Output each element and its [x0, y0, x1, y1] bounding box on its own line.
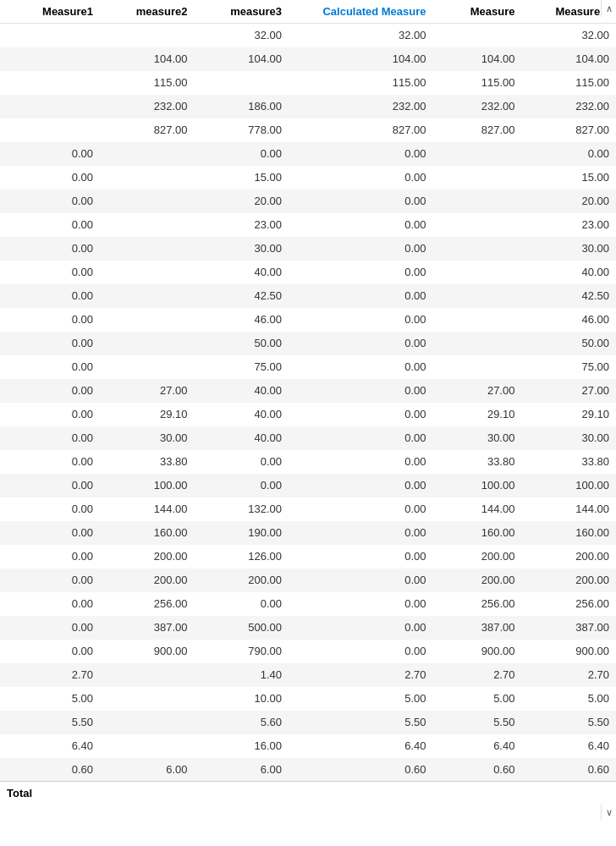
cell-r10-c0: 0.00 — [0, 261, 100, 284]
cell-r2-c1: 115.00 — [100, 71, 194, 95]
cell-r20-c5: 144.00 — [521, 497, 616, 521]
cell-r6-c2: 15.00 — [195, 166, 289, 190]
table-row: 0.00200.00200.000.00200.00200.00 — [0, 569, 616, 592]
cell-r0-c0 — [0, 24, 100, 47]
cell-r9-c0: 0.00 — [0, 237, 100, 261]
cell-r21-c3: 0.00 — [289, 521, 433, 545]
cell-r31-c0: 0.60 — [0, 758, 100, 782]
cell-r8-c1 — [100, 213, 194, 237]
cell-r0-c3: 32.00 — [289, 24, 433, 47]
cell-r15-c0: 0.00 — [0, 379, 100, 403]
cell-r26-c1: 900.00 — [100, 640, 194, 663]
cell-r27-c2: 1.40 — [195, 663, 289, 687]
cell-r4-c4: 827.00 — [433, 118, 522, 142]
total-label: Total — [0, 782, 616, 805]
header-measure[interactable]: Measure — [433, 0, 522, 24]
cell-r9-c3: 0.00 — [289, 237, 433, 261]
header-measure2[interactable]: measure2 — [100, 0, 194, 24]
cell-r10-c2: 40.00 — [195, 261, 289, 284]
cell-r25-c0: 0.00 — [0, 616, 100, 640]
cell-r22-c2: 126.00 — [195, 545, 289, 569]
table-row: 0.00256.000.000.00256.00256.00 — [0, 592, 616, 616]
cell-r9-c1 — [100, 237, 194, 261]
cell-r26-c3: 0.00 — [289, 640, 433, 663]
cell-r24-c1: 256.00 — [100, 592, 194, 616]
cell-r12-c5: 46.00 — [521, 308, 616, 332]
cell-r18-c2: 0.00 — [195, 450, 289, 474]
cell-r28-c5: 5.00 — [521, 687, 616, 711]
cell-r20-c2: 132.00 — [195, 497, 289, 521]
cell-r17-c2: 40.00 — [195, 426, 289, 450]
cell-r2-c5: 115.00 — [521, 71, 616, 95]
cell-r2-c4: 115.00 — [433, 71, 522, 95]
cell-r29-c3: 5.50 — [289, 711, 433, 734]
cell-r30-c5: 6.40 — [521, 734, 616, 758]
cell-r14-c3: 0.00 — [289, 355, 433, 379]
table-row: 0.0030.000.0030.00 — [0, 237, 616, 261]
cell-r14-c0: 0.00 — [0, 355, 100, 379]
cell-r19-c0: 0.00 — [0, 474, 100, 497]
cell-r5-c1 — [100, 142, 194, 166]
cell-r21-c0: 0.00 — [0, 521, 100, 545]
cell-r13-c4 — [433, 332, 522, 355]
header-measure1[interactable]: Measure1 — [0, 0, 100, 24]
cell-r6-c5: 15.00 — [521, 166, 616, 190]
cell-r6-c4 — [433, 166, 522, 190]
cell-r30-c4: 6.40 — [433, 734, 522, 758]
cell-r25-c2: 500.00 — [195, 616, 289, 640]
table-row: 0.0075.000.0075.00 — [0, 355, 616, 379]
cell-r18-c0: 0.00 — [0, 450, 100, 474]
cell-r28-c4: 5.00 — [433, 687, 522, 711]
cell-r17-c5: 30.00 — [521, 426, 616, 450]
cell-r27-c3: 2.70 — [289, 663, 433, 687]
cell-r5-c2: 0.00 — [195, 142, 289, 166]
cell-r31-c2: 6.00 — [195, 758, 289, 782]
cell-r29-c0: 5.50 — [0, 711, 100, 734]
cell-r2-c3: 115.00 — [289, 71, 433, 95]
scroll-up-button[interactable]: ∧ — [601, 0, 616, 17]
scroll-down-button[interactable]: ∨ — [601, 804, 616, 821]
cell-r8-c0: 0.00 — [0, 213, 100, 237]
cell-r15-c2: 40.00 — [195, 379, 289, 403]
table-row: 232.00186.00232.00232.00232.00 — [0, 95, 616, 118]
table-row: 827.00778.00827.00827.00827.00 — [0, 118, 616, 142]
header-calculated[interactable]: Calculated Measure — [289, 0, 433, 24]
table-row: 0.00100.000.000.00100.00100.00 — [0, 474, 616, 497]
cell-r2-c2 — [195, 71, 289, 95]
cell-r10-c5: 40.00 — [521, 261, 616, 284]
cell-r19-c2: 0.00 — [195, 474, 289, 497]
cell-r26-c0: 0.00 — [0, 640, 100, 663]
table-row: 0.0023.000.0023.00 — [0, 213, 616, 237]
table-row: 2.701.402.702.702.70 — [0, 663, 616, 687]
cell-r21-c1: 160.00 — [100, 521, 194, 545]
cell-r31-c1: 6.00 — [100, 758, 194, 782]
cell-r8-c5: 23.00 — [521, 213, 616, 237]
cell-r12-c4 — [433, 308, 522, 332]
header-measure3[interactable]: measure3 — [195, 0, 289, 24]
cell-r7-c0: 0.00 — [0, 190, 100, 213]
cell-r30-c2: 16.00 — [195, 734, 289, 758]
cell-r11-c5: 42.50 — [521, 284, 616, 308]
cell-r11-c0: 0.00 — [0, 284, 100, 308]
cell-r21-c2: 190.00 — [195, 521, 289, 545]
cell-r16-c2: 40.00 — [195, 403, 289, 426]
cell-r16-c1: 29.10 — [100, 403, 194, 426]
cell-r13-c5: 50.00 — [521, 332, 616, 355]
table-row: 5.0010.005.005.005.00 — [0, 687, 616, 711]
cell-r2-c0 — [0, 71, 100, 95]
cell-r10-c3: 0.00 — [289, 261, 433, 284]
cell-r21-c5: 160.00 — [521, 521, 616, 545]
cell-r27-c0: 2.70 — [0, 663, 100, 687]
cell-r25-c3: 0.00 — [289, 616, 433, 640]
cell-r3-c1: 232.00 — [100, 95, 194, 118]
cell-r29-c2: 5.60 — [195, 711, 289, 734]
cell-r28-c2: 10.00 — [195, 687, 289, 711]
cell-r5-c5: 0.00 — [521, 142, 616, 166]
cell-r13-c3: 0.00 — [289, 332, 433, 355]
cell-r1-c2: 104.00 — [195, 47, 289, 71]
cell-r27-c4: 2.70 — [433, 663, 522, 687]
cell-r20-c0: 0.00 — [0, 497, 100, 521]
cell-r4-c1: 827.00 — [100, 118, 194, 142]
cell-r3-c2: 186.00 — [195, 95, 289, 118]
cell-r12-c3: 0.00 — [289, 308, 433, 332]
